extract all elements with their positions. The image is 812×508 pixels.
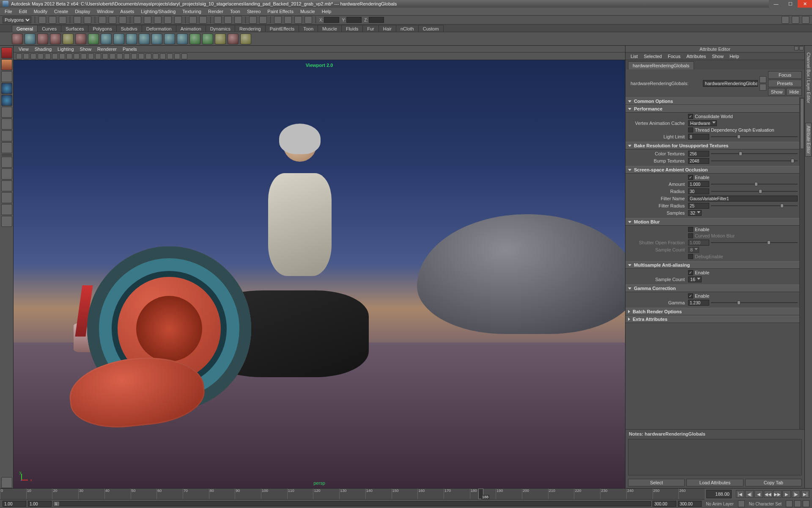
snap-curve-icon[interactable] — [144, 16, 151, 24]
shelf-icon[interactable] — [126, 33, 137, 44]
panel-undock-icon[interactable] — [794, 46, 798, 50]
vp-lights-icon[interactable] — [117, 53, 123, 59]
copy-tab-button[interactable]: Copy Tab — [745, 479, 802, 486]
shelf-icon[interactable] — [12, 33, 23, 44]
attr-menu-list[interactable]: List — [628, 54, 640, 59]
viewport-menu-show[interactable]: Show — [77, 47, 94, 52]
module-dropdown[interactable]: Polygons — [3, 17, 31, 23]
render-settings-icon[interactable] — [234, 16, 242, 24]
layout-hypershade-icon[interactable] — [1, 204, 12, 215]
universal-manip-icon[interactable] — [1, 119, 12, 130]
panel-close-icon[interactable] — [799, 46, 804, 50]
shelf-icon[interactable] — [25, 33, 36, 44]
thread-dep-checkbox[interactable] — [688, 127, 693, 133]
vp-image-plane-icon[interactable] — [30, 53, 36, 59]
select-object-icon[interactable] — [109, 16, 116, 24]
playback-end-field[interactable] — [653, 501, 676, 507]
attr-menu-selected[interactable]: Selected — [641, 54, 664, 59]
coord-z-field[interactable] — [369, 17, 384, 23]
menu-modify[interactable]: Modify — [31, 8, 50, 14]
light-limit-field[interactable] — [688, 134, 709, 140]
graph-editor-icon[interactable] — [304, 16, 312, 24]
msaa-enable-checkbox[interactable]: ✓ — [688, 270, 693, 275]
shelf-tab-hair[interactable]: Hair — [379, 25, 396, 32]
layout-persp-graph-icon[interactable] — [1, 192, 12, 203]
shelf-icon[interactable] — [202, 33, 213, 44]
vp-shadows-icon[interactable] — [124, 53, 130, 59]
shelf-icon[interactable] — [164, 33, 175, 44]
shelf-tab-subdivs[interactable]: Subdivs — [116, 25, 142, 32]
layout-persp-outliner-icon[interactable] — [1, 180, 12, 191]
sidetab-attribute-editor[interactable]: Attribute Editor — [805, 123, 812, 157]
ipr-render-icon[interactable] — [224, 16, 232, 24]
shelf-icon[interactable] — [37, 33, 48, 44]
menu-muscle[interactable]: Muscle — [297, 8, 318, 14]
shelf-tab-deformation[interactable]: Deformation — [142, 25, 176, 32]
layout-custom-icon[interactable] — [1, 216, 12, 227]
ssao-filterradius-field[interactable] — [688, 203, 709, 209]
vp-safe-title-icon[interactable] — [88, 53, 94, 59]
section-msaa[interactable]: Multisample Anti-aliasing — [625, 261, 799, 269]
shelf-icon[interactable] — [101, 33, 112, 44]
step-back-key-button[interactable]: ◀| — [745, 490, 754, 498]
msaa-samplecount-dropdown[interactable]: 16 — [688, 276, 702, 282]
shelf-icon[interactable] — [240, 33, 251, 44]
section-batch-render[interactable]: Batch Render Options — [625, 308, 799, 315]
quick-help-icon[interactable] — [259, 16, 267, 24]
menu-lighting-shading[interactable]: Lighting/Shading — [138, 8, 178, 14]
vp-film-gate-icon[interactable] — [52, 53, 58, 59]
section-ssao[interactable]: Screen-space Ambient Occlusion — [625, 166, 799, 174]
step-back-button[interactable]: ◀ — [754, 490, 763, 498]
hypershade-icon[interactable] — [274, 16, 282, 24]
vp-resolution-gate-icon[interactable] — [59, 53, 65, 59]
vp-safe-action-icon[interactable] — [81, 53, 87, 59]
shelf-tab-rendering[interactable]: Rendering — [235, 25, 266, 32]
ssao-radius-slider[interactable] — [711, 189, 798, 194]
shelf-icon[interactable] — [151, 33, 162, 44]
vp-ssao-icon[interactable] — [167, 53, 173, 59]
viewport-menu-view[interactable]: View — [16, 47, 31, 52]
light-limit-slider[interactable] — [711, 134, 798, 139]
gamma-enable-checkbox[interactable]: ✓ — [688, 293, 693, 298]
vp-xray-icon[interactable] — [145, 53, 151, 59]
save-scene-icon[interactable] — [59, 16, 66, 24]
mb-curved-checkbox[interactable] — [688, 233, 693, 238]
soft-mod-tool-icon[interactable] — [1, 130, 12, 141]
color-textures-field[interactable] — [688, 151, 709, 157]
history-on-icon[interactable] — [189, 16, 197, 24]
time-slider[interactable]: 188 010203040506070809010011012013014015… — [0, 489, 705, 500]
shelf-icon[interactable] — [88, 33, 99, 44]
range-end-field[interactable] — [678, 501, 702, 507]
vp-textured-icon[interactable] — [110, 53, 115, 59]
vp-camera-select-icon[interactable] — [16, 53, 22, 59]
shelf-icon[interactable] — [75, 33, 86, 44]
focus-go-icon[interactable] — [760, 76, 766, 83]
undo-icon[interactable] — [74, 16, 81, 24]
vp-exposure-icon[interactable] — [174, 53, 180, 59]
ssao-samples-dropdown[interactable]: 32 — [688, 210, 702, 216]
snap-grid-icon[interactable] — [134, 16, 141, 24]
viewport[interactable]: Viewport 2.0 persp yx — [14, 60, 625, 488]
menu-texturing[interactable]: Texturing — [179, 8, 204, 14]
playback-start-field[interactable] — [28, 501, 52, 507]
ssao-amount-field[interactable] — [688, 181, 709, 187]
anim-layer-status[interactable]: No Anim Layer — [703, 502, 736, 506]
node-name-field[interactable] — [703, 80, 758, 87]
input-line-mode-icon[interactable] — [249, 16, 257, 24]
shelf-tab-painteffects[interactable]: PaintEffects — [265, 25, 299, 32]
menu-help[interactable]: Help — [319, 8, 335, 14]
menu-stereo[interactable]: Stereo — [244, 8, 263, 14]
vp-field-chart-icon[interactable] — [74, 53, 80, 59]
go-to-end-button[interactable]: ▶| — [801, 490, 809, 498]
ssao-amount-slider[interactable] — [711, 182, 798, 187]
show-manip-tool-icon[interactable] — [1, 142, 12, 153]
vp-bookmark-icon[interactable] — [23, 53, 29, 59]
vp-gamma-icon[interactable] — [181, 53, 187, 59]
shelf-tab-ncloth[interactable]: nCloth — [396, 25, 419, 32]
section-bake-resolution[interactable]: Bake Resolution for Unsupported Textures — [625, 142, 799, 149]
go-to-start-button[interactable]: |◀ — [736, 490, 744, 498]
step-forward-button[interactable]: ▶ — [782, 490, 791, 498]
layout-four-icon[interactable] — [1, 168, 12, 179]
range-slider[interactable]: 1 — [53, 501, 651, 506]
hide-button[interactable]: Hide — [786, 88, 802, 96]
